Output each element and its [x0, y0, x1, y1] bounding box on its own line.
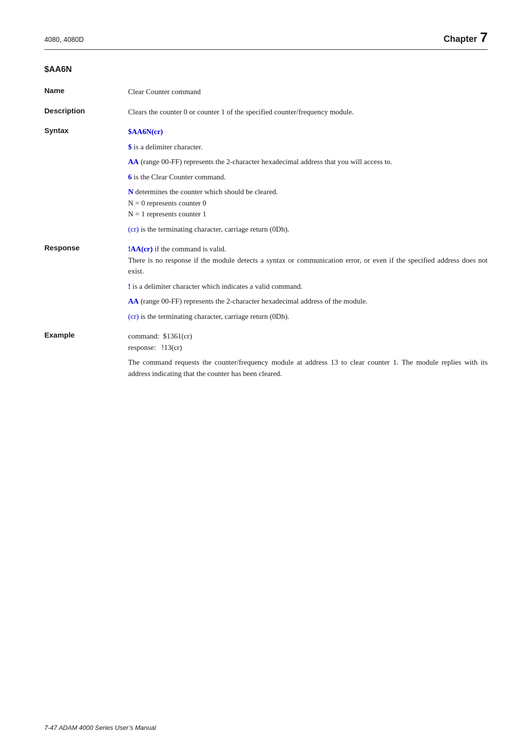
table-row: Name Clear Counter command	[44, 84, 488, 100]
row-gap	[44, 324, 488, 329]
content-table: Name Clear Counter command Description C…	[44, 84, 488, 381]
table-row: Response !AA(cr) if the command is valid…	[44, 241, 488, 324]
label-response: Response	[44, 241, 128, 324]
row-gap	[44, 119, 488, 124]
response-item-aacr: !AA(cr) if the command is valid. There i…	[128, 243, 488, 277]
response-excl: !	[128, 282, 131, 290]
table-row: Example command: $1361(cr) response: !13…	[44, 329, 488, 381]
response-aacr: !AA(cr)	[128, 245, 153, 253]
content-description: Clears the counter 0 or counter 1 of the…	[128, 104, 488, 120]
syntax-item-aa: AA (range 00-FF) represents the 2-charac…	[128, 156, 488, 168]
page: 4080, 4080D Chapter7 $AA6N Name Clear Co…	[0, 0, 532, 756]
syntax-command-text: $AA6N(cr)	[128, 128, 163, 136]
syntax-n-line2: N = 1 represents counter 1	[128, 210, 206, 218]
label-example: Example	[44, 329, 128, 381]
header-left: 4080, 4080D	[44, 35, 84, 43]
response-item-cr: (cr) is the terminating character, carri…	[128, 311, 488, 322]
example-commands: command: $1361(cr) response: !13(cr)	[128, 331, 488, 353]
syntax-item-n: N determines the counter which should be…	[128, 186, 488, 220]
syntax-6: 6	[128, 173, 132, 181]
page-header: 4080, 4080D Chapter7	[44, 30, 488, 50]
chapter-number: 7	[480, 30, 488, 45]
syntax-aa: AA	[128, 158, 139, 166]
syntax-n: N	[128, 188, 133, 196]
content-example: command: $1361(cr) response: !13(cr) The…	[128, 329, 488, 381]
page-footer: 7-47 ADAM 4000 Series User’s Manual	[44, 724, 488, 731]
example-response-line: response: !13(cr)	[128, 344, 182, 351]
label-name: Name	[44, 84, 128, 100]
example-description: The command requests the counter/frequen…	[128, 357, 488, 379]
chapter-word: Chapter	[443, 34, 477, 44]
content-syntax: $AA6N(cr) $ is a delimiter character. AA…	[128, 124, 488, 237]
syntax-n-line1: N = 0 represents counter 0	[128, 199, 206, 207]
example-command-line: command: $1361(cr)	[128, 332, 192, 340]
syntax-dollar: $	[128, 143, 132, 151]
response-item-aa: AA (range 00-FF) represents the 2-charac…	[128, 296, 488, 307]
syntax-cr: (cr)	[128, 225, 139, 233]
section-title: $AA6N	[44, 65, 488, 74]
response-item-excl: ! is a delimiter character which indicat…	[128, 281, 488, 292]
content-name: Clear Counter command	[128, 84, 488, 100]
response-aa: AA	[128, 297, 139, 305]
footer-text: 7-47 ADAM 4000 Series User’s Manual	[44, 724, 156, 731]
header-right: Chapter7	[443, 30, 488, 45]
content-response: !AA(cr) if the command is valid. There i…	[128, 241, 488, 324]
syntax-item-cr: (cr) is the terminating character, carri…	[128, 224, 488, 235]
syntax-item-6: 6 is the Clear Counter command.	[128, 172, 488, 183]
label-syntax: Syntax	[44, 124, 128, 237]
row-gap	[44, 237, 488, 241]
label-description: Description	[44, 104, 128, 120]
row-gap	[44, 100, 488, 104]
table-row: Syntax $AA6N(cr) $ is a delimiter charac…	[44, 124, 488, 237]
table-row: Description Clears the counter 0 or coun…	[44, 104, 488, 120]
syntax-command: $AA6N(cr)	[128, 126, 488, 137]
response-cr: (cr)	[128, 312, 139, 320]
syntax-item-dollar: $ is a delimiter character.	[128, 141, 488, 153]
